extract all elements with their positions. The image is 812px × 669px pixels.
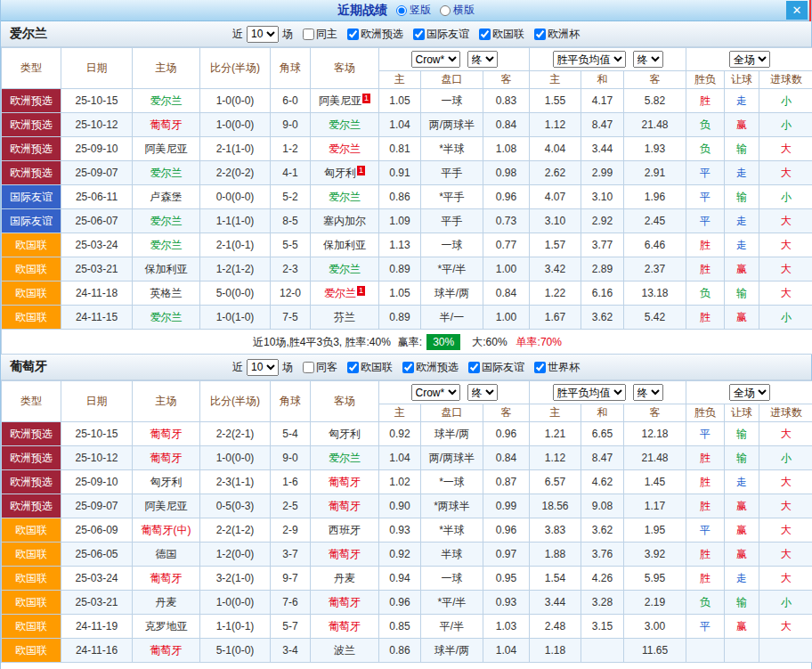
header-select[interactable]: 全场	[729, 51, 770, 68]
filter-checkbox[interactable]	[347, 362, 359, 373]
filter-option[interactable]: 国际友谊	[468, 360, 524, 375]
match-type: 欧国联	[2, 257, 61, 281]
header-select[interactable]: Crow*	[411, 51, 460, 68]
result-goals-value: 大	[781, 476, 792, 488]
home-team-link[interactable]: 爱尔兰	[150, 239, 183, 251]
away-team-link[interactable]: 葡萄牙	[329, 476, 361, 488]
home-team-link[interactable]: 克罗地亚	[145, 620, 188, 632]
away-team-link[interactable]: 丹麦	[334, 572, 355, 584]
header-select[interactable]: 终	[467, 384, 498, 401]
filter-checkbox[interactable]	[303, 29, 314, 40]
layout-vertical-radio[interactable]	[396, 5, 407, 16]
filter-option[interactable]: 同主	[303, 27, 337, 42]
filter-checkbox[interactable]	[468, 362, 480, 373]
home-team-link[interactable]: 匈牙利	[150, 476, 183, 488]
result-wdl: 胜	[686, 306, 725, 330]
home-team-link[interactable]: 葡萄牙(中)	[142, 524, 191, 536]
filter-option[interactable]: 国际友谊	[413, 27, 469, 42]
home-team-link[interactable]: 阿美尼亚	[145, 143, 188, 155]
odds-win: 4.07	[530, 185, 581, 209]
filter-option[interactable]: 欧洲杯	[534, 27, 580, 42]
home-team-link[interactable]: 丹麦	[156, 596, 177, 608]
handicap-line: *平/半	[421, 591, 483, 615]
home-team-link[interactable]: 葡萄牙	[150, 428, 183, 440]
odds-win: 3.10	[530, 209, 581, 233]
away-team-link[interactable]: 爱尔兰	[324, 287, 356, 299]
score: 0-0(0-0)	[200, 185, 271, 209]
summary-record: 近10场,胜4平3负3, 胜率:40%	[253, 336, 391, 348]
home-team-link[interactable]: 阿美尼亚	[145, 500, 188, 512]
filter-checkbox[interactable]	[303, 362, 314, 373]
away-team-link[interactable]: 保加利亚	[323, 239, 366, 251]
home-team-link[interactable]: 爱尔兰	[150, 311, 183, 323]
corners: 12-0	[271, 281, 311, 306]
home-team-link[interactable]: 爱尔兰	[150, 215, 183, 227]
home-team-link[interactable]: 葡萄牙	[150, 452, 183, 464]
away-team-cell: 匈牙利	[311, 422, 379, 446]
score: 5-1(0-0)	[200, 639, 271, 663]
header-select[interactable]: 胜平负均值	[553, 384, 626, 401]
match-count-select[interactable]: 10	[247, 359, 279, 376]
header-select[interactable]: 终	[633, 51, 663, 68]
odds-lose: 2.45	[624, 209, 686, 233]
header-select[interactable]: Crow*	[411, 384, 460, 401]
filter-checkbox[interactable]	[479, 29, 491, 40]
filter-option[interactable]: 世界杯	[534, 360, 580, 375]
layout-vertical-option[interactable]: 竖版	[396, 3, 431, 18]
filter-option[interactable]: 欧国联	[479, 27, 524, 42]
match-type: 欧洲预选	[2, 89, 61, 113]
filter-checkbox[interactable]	[402, 362, 414, 373]
away-team-link[interactable]: 西班牙	[329, 524, 361, 536]
home-team-link[interactable]: 保加利亚	[145, 263, 188, 275]
home-team-link[interactable]: 爱尔兰	[150, 94, 183, 107]
home-team-link[interactable]: 德国	[156, 548, 177, 560]
away-team-link[interactable]: 爱尔兰	[329, 143, 361, 155]
away-team-link[interactable]: 匈牙利	[324, 167, 356, 179]
filter-checkbox[interactable]	[413, 29, 425, 40]
away-team-link[interactable]: 波兰	[334, 644, 355, 657]
home-team-cell: 丹麦	[133, 591, 200, 615]
home-team-link[interactable]: 葡萄牙	[150, 118, 183, 131]
filter-option[interactable]: 同客	[303, 360, 337, 375]
filter-checkbox[interactable]	[534, 29, 546, 40]
away-team-link[interactable]: 匈牙利	[329, 428, 361, 440]
results-table-team2: 类型日期主场比分(半场)角球客场Crow*终胜平负均值终全场主盘口客主和客胜负让…	[1, 380, 812, 663]
away-team-link[interactable]: 爱尔兰	[329, 452, 361, 464]
header-select[interactable]: 终	[467, 51, 498, 68]
filter-option[interactable]: 欧洲预选	[402, 360, 459, 375]
result-wdl-value: 胜	[700, 452, 710, 464]
filter-option[interactable]: 欧洲预选	[347, 27, 403, 42]
layout-horizontal-option[interactable]: 横版	[440, 3, 475, 18]
away-team-link[interactable]: 芬兰	[334, 311, 355, 323]
away-team-link[interactable]: 阿美尼亚	[319, 94, 361, 107]
header-select[interactable]: 胜平负均值	[553, 51, 626, 68]
header-select[interactable]: 终	[633, 384, 663, 401]
layout-horizontal-radio[interactable]	[440, 5, 451, 16]
away-team-link[interactable]: 爱尔兰	[329, 191, 361, 203]
home-team-link[interactable]: 葡萄牙	[150, 572, 183, 584]
home-team-link[interactable]: 英格兰	[150, 287, 183, 299]
home-team-link[interactable]: 卢森堡	[150, 191, 183, 203]
away-team-link[interactable]: 爱尔兰	[329, 263, 361, 275]
match-count-select[interactable]: 10	[247, 26, 279, 43]
filter-checkbox[interactable]	[534, 362, 546, 373]
away-team-link[interactable]: 葡萄牙	[329, 620, 361, 632]
away-team-link[interactable]: 塞内加尔	[323, 215, 366, 227]
away-team-link[interactable]: 葡萄牙	[329, 596, 361, 608]
away-team-link[interactable]: 葡萄牙	[329, 500, 361, 512]
away-team-link[interactable]: 爱尔兰	[329, 118, 361, 131]
result-goals: 大	[759, 233, 812, 257]
header-select[interactable]: 全场	[729, 384, 770, 401]
away-team-cell: 波兰	[311, 639, 379, 663]
result-handicap-value: 赢	[736, 311, 747, 323]
home-team-link[interactable]: 葡萄牙	[150, 644, 183, 657]
home-team-link[interactable]: 爱尔兰	[150, 167, 183, 179]
away-team-link[interactable]: 葡萄牙	[329, 548, 361, 560]
result-goals: 大	[759, 137, 812, 161]
odds-lose: 1.93	[624, 137, 686, 161]
filter-option[interactable]: 欧国联	[347, 360, 393, 375]
layout-vertical-label: 竖版	[410, 3, 431, 18]
close-button[interactable]: ✕	[786, 1, 808, 20]
filter-checkbox[interactable]	[347, 29, 359, 40]
match-row: 欧洲预选25-09-10阿美尼亚2-1(1-0)1-2爱尔兰0.81*半球1.0…	[2, 137, 812, 161]
